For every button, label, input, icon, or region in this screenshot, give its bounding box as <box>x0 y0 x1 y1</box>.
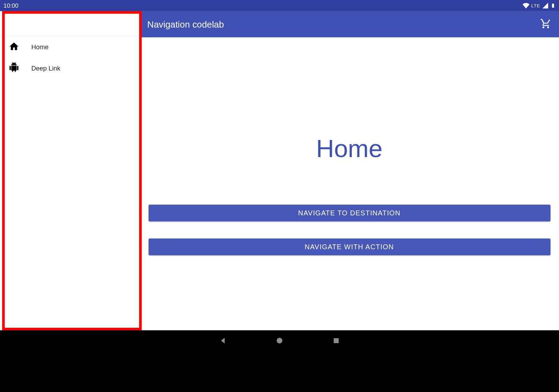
toolbar-title: Navigation codelab <box>147 19 224 29</box>
home-nav-icon[interactable] <box>275 336 284 346</box>
status-time: 10:00 <box>3 2 19 9</box>
navigate-with-action-button[interactable]: NAVIGATE WITH ACTION <box>148 238 550 255</box>
home-icon <box>9 41 20 53</box>
navigation-drawer: Home Deep Link <box>0 11 139 330</box>
svg-rect-1 <box>334 338 339 343</box>
svg-point-0 <box>277 338 282 343</box>
app-toolbar: Navigation codelab <box>139 11 559 37</box>
drawer-item-label: Deep Link <box>31 64 60 72</box>
wifi-icon <box>523 2 530 9</box>
recents-icon[interactable] <box>332 336 341 346</box>
drawer-item-deep-link[interactable]: Deep Link <box>0 58 139 79</box>
back-icon[interactable] <box>219 336 227 346</box>
page-heading: Home <box>316 134 383 162</box>
drawer-item-home[interactable]: Home <box>0 36 139 57</box>
drawer-header <box>0 11 139 37</box>
signal-icon <box>542 2 549 9</box>
content-area: Navigation codelab Home NAVIGATE TO DEST… <box>139 11 559 330</box>
battery-icon <box>551 2 556 9</box>
status-bar: 10:00 LTE <box>0 0 559 11</box>
android-icon <box>9 62 20 74</box>
system-nav-bar <box>0 330 559 352</box>
cart-icon[interactable] <box>540 18 551 31</box>
network-label: LTE <box>531 3 540 8</box>
navigate-to-destination-button[interactable]: NAVIGATE TO DESTINATION <box>148 205 550 221</box>
drawer-item-label: Home <box>31 43 49 51</box>
